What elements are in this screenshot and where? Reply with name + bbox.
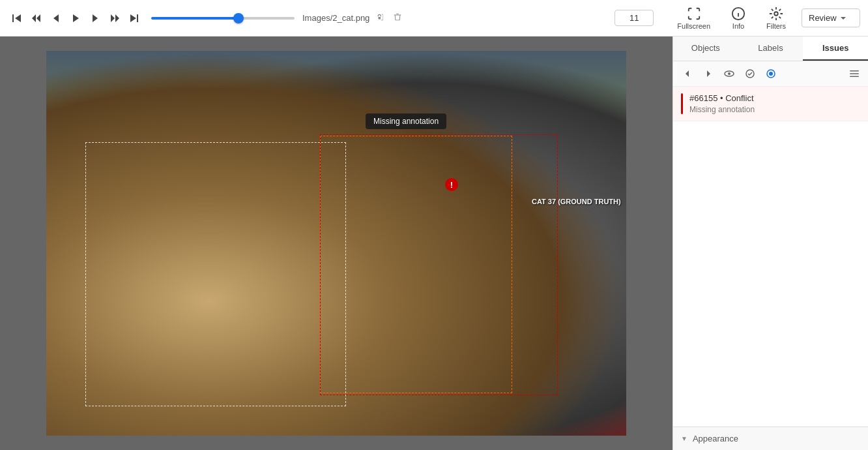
svg-marker-15 xyxy=(686,70,689,77)
image-canvas: Missing annotation ! CAT 37 (GROUND TRUT… xyxy=(46,51,626,436)
svg-rect-23 xyxy=(850,73,859,74)
frame-slider-container xyxy=(151,17,295,20)
prev-frame-button[interactable] xyxy=(47,10,65,26)
copy-link-button[interactable] xyxy=(375,11,386,25)
svg-marker-5 xyxy=(73,14,79,22)
navigate-forward-button[interactable] xyxy=(699,66,717,82)
filters-button[interactable]: Filters xyxy=(761,4,791,33)
frame-input-container xyxy=(615,10,654,26)
svg-marker-16 xyxy=(707,70,710,77)
filename-area: Images/2_cat.png xyxy=(302,11,403,25)
issue-item[interactable]: #66155 • Conflict Missing annotation xyxy=(673,87,868,121)
svg-marker-1 xyxy=(15,14,21,22)
main-content: Missing annotation ! CAT 37 (GROUND TRUT… xyxy=(0,37,868,450)
tab-labels[interactable]: Labels xyxy=(738,37,803,61)
issue-list: #66155 • Conflict Missing annotation xyxy=(673,87,868,427)
appearance-label: Appearance xyxy=(693,434,738,443)
filter-active-button[interactable] xyxy=(762,66,780,82)
review-label: Review xyxy=(809,13,837,23)
toolbar: Images/2_cat.png Fullscreen Info xyxy=(0,0,868,37)
svg-marker-2 xyxy=(32,14,36,22)
next-segment-button[interactable] xyxy=(106,10,124,26)
play-button[interactable] xyxy=(66,10,85,26)
svg-rect-10 xyxy=(137,14,138,22)
appearance-section[interactable]: ▼ Appearance xyxy=(673,427,868,450)
dropdown-chevron-icon xyxy=(839,14,847,22)
tab-issues[interactable]: Issues xyxy=(803,37,868,61)
issue-severity-indicator xyxy=(681,93,683,114)
navigate-back-button[interactable] xyxy=(678,66,697,82)
issue-content: #66155 • Conflict Missing annotation xyxy=(689,93,860,114)
panel-menu-button[interactable] xyxy=(846,65,863,82)
cat-image-background xyxy=(46,51,626,436)
appearance-chevron-icon: ▼ xyxy=(681,435,687,442)
svg-point-18 xyxy=(728,72,731,75)
frame-number-input[interactable] xyxy=(615,10,654,26)
first-frame-button[interactable] xyxy=(8,10,26,26)
svg-marker-9 xyxy=(130,14,136,22)
filter-visibility-button[interactable] xyxy=(720,66,738,82)
delete-button[interactable] xyxy=(392,11,403,25)
last-frame-button[interactable] xyxy=(125,10,143,26)
svg-rect-22 xyxy=(850,70,859,72)
frame-slider[interactable] xyxy=(151,17,295,20)
panel-filter-toolbar xyxy=(673,61,868,87)
svg-point-14 xyxy=(774,12,778,16)
navigation-controls xyxy=(8,10,143,26)
info-label: Info xyxy=(732,22,744,30)
fullscreen-label: Fullscreen xyxy=(677,22,710,30)
svg-rect-24 xyxy=(850,76,859,78)
svg-rect-0 xyxy=(12,14,14,22)
svg-marker-3 xyxy=(36,14,40,22)
svg-point-21 xyxy=(769,72,773,76)
panel-tabs: Objects Labels Issues xyxy=(673,37,868,61)
cat-image: Missing annotation ! CAT 37 (GROUND TRUT… xyxy=(46,51,626,436)
svg-marker-6 xyxy=(93,14,98,22)
fullscreen-button[interactable]: Fullscreen xyxy=(672,4,716,33)
review-dropdown[interactable]: Review xyxy=(802,8,860,27)
info-button[interactable]: Info xyxy=(726,4,751,33)
svg-marker-7 xyxy=(111,14,115,22)
issue-description: Missing annotation xyxy=(689,105,860,114)
image-area[interactable]: Missing annotation ! CAT 37 (GROUND TRUT… xyxy=(0,37,673,450)
right-panel: Objects Labels Issues xyxy=(673,37,868,450)
tab-objects[interactable]: Objects xyxy=(673,37,738,61)
issue-title: #66155 • Conflict xyxy=(689,93,860,103)
filter-resolved-button[interactable] xyxy=(741,66,759,82)
svg-marker-4 xyxy=(53,14,59,22)
filters-label: Filters xyxy=(766,22,786,30)
toolbar-right-controls: Fullscreen Info Filters Review xyxy=(672,4,860,33)
filename-text: Images/2_cat.png xyxy=(302,13,369,23)
prev-segment-button[interactable] xyxy=(27,10,46,26)
svg-marker-8 xyxy=(115,14,119,22)
next-frame-button[interactable] xyxy=(86,10,104,26)
